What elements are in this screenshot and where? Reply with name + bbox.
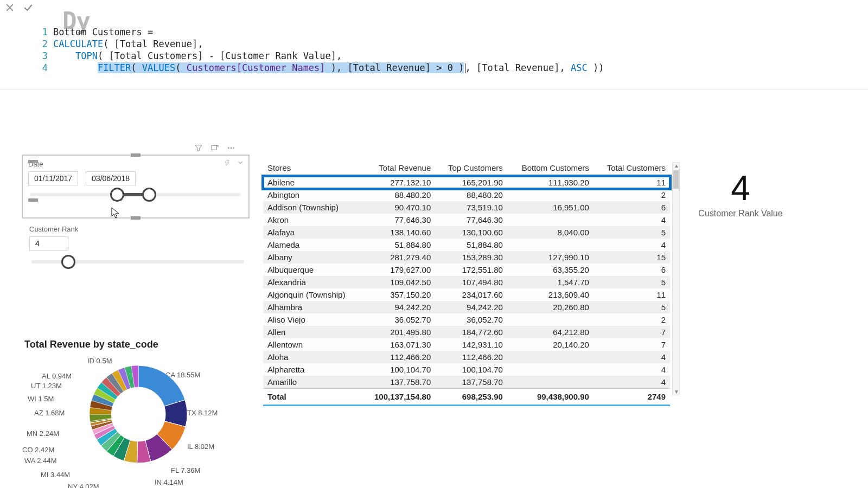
watermark: Dy bbox=[62, 15, 90, 27]
table-header[interactable]: Stores bbox=[263, 160, 361, 176]
date-slider-handle-end[interactable] bbox=[142, 188, 156, 202]
donut-label: NY 4.02M bbox=[68, 483, 99, 488]
formula-editor[interactable]: Dy 1Bottom Customers = 2CALCULATE( [Tota… bbox=[38, 1, 604, 88]
date-end-input[interactable]: 03/06/2018 bbox=[86, 171, 136, 185]
table-total-cell: 698,253.90 bbox=[435, 389, 507, 406]
table-row[interactable]: Allen201,495.80184,772.6064,212.807 bbox=[263, 326, 670, 338]
table-row[interactable]: Allentown163,071.30142,931.1020,140.207 bbox=[263, 338, 670, 351]
table-row[interactable]: Alhambra94,242.2094,242.2020,260.805 bbox=[263, 301, 670, 313]
customer-rank-slicer[interactable]: Customer Rank 4 bbox=[24, 222, 252, 269]
table-total-cell: Total bbox=[263, 389, 361, 406]
table-row[interactable]: Abington88,480.2088,480.202 bbox=[263, 189, 670, 201]
table-row[interactable]: Addison (Township)90,470.1073,519.1016,9… bbox=[263, 201, 670, 214]
table-row[interactable]: Alexandria109,042.50107,494.801,547.705 bbox=[263, 276, 670, 288]
table-total-cell: 99,438,900.90 bbox=[507, 389, 593, 406]
donut-chart-title: Total Revenue by state_code bbox=[24, 339, 258, 350]
rank-value-input[interactable]: 4 bbox=[29, 236, 68, 251]
table-row[interactable]: Aliso Viejo36,052.7036,052.702 bbox=[263, 313, 670, 326]
date-slicer[interactable]: Date 01/11/2017 03/06/2018 bbox=[22, 155, 250, 219]
table-row[interactable]: Alafaya138,140.60130,100.608,040.005 bbox=[263, 226, 670, 239]
donut-label: AL 0.94M bbox=[42, 372, 72, 380]
table-row[interactable]: Alpharetta100,104.70100,104.704 bbox=[263, 363, 670, 376]
donut-chart[interactable]: Total Revenue by state_code CA 18.55MTX … bbox=[24, 339, 258, 488]
table-row[interactable]: Amarillo137,758.70137,758.704 bbox=[263, 376, 670, 389]
table-row[interactable]: Albuquerque179,627.00172,551.8063,355.20… bbox=[263, 264, 670, 276]
table-row[interactable]: Aloha112,466.20112,466.204 bbox=[263, 351, 670, 363]
resize-handle-n[interactable] bbox=[131, 153, 141, 157]
donut-label: IN 4.14M bbox=[155, 478, 183, 486]
date-slider-handle-start[interactable] bbox=[110, 188, 124, 202]
donut-label: CO 2.42M bbox=[22, 446, 54, 454]
table-scrollbar[interactable]: ▲ ▼ bbox=[672, 162, 680, 395]
donut-label: MN 2.24M bbox=[27, 429, 59, 438]
donut-label: WI 1.5M bbox=[28, 395, 54, 403]
formula-bar: Dy 1Bottom Customers = 2CALCULATE( [Tota… bbox=[0, 0, 868, 89]
donut-label: AZ 1.68M bbox=[34, 409, 65, 417]
rank-slider-track[interactable] bbox=[31, 260, 244, 264]
table-header[interactable]: Bottom Customers bbox=[507, 160, 593, 176]
filter-icon[interactable] bbox=[194, 144, 203, 154]
customer-rank-card[interactable]: 4 Customer Rank Value bbox=[692, 171, 789, 219]
table-header[interactable]: Total Customers bbox=[593, 160, 670, 176]
table-row[interactable]: Abilene277,132.10165,201.90111,930.2011 bbox=[263, 176, 670, 189]
slicer-dropdown-icon[interactable] bbox=[237, 159, 244, 168]
date-start-input[interactable]: 01/11/2017 bbox=[28, 171, 78, 185]
donut-slice[interactable] bbox=[138, 365, 185, 406]
cancel-formula-icon[interactable] bbox=[4, 2, 15, 15]
resize-handle-s[interactable] bbox=[131, 216, 141, 220]
table-total-cell: 2749 bbox=[593, 389, 670, 406]
svg-point-2 bbox=[231, 147, 232, 149]
svg-point-1 bbox=[228, 147, 229, 149]
donut-label: UT 1.23M bbox=[31, 382, 62, 390]
stores-table[interactable]: StoresTotal RevenueTop CustomersBottom C… bbox=[263, 160, 670, 406]
table-header[interactable]: Top Customers bbox=[435, 160, 507, 176]
svg-rect-0 bbox=[212, 145, 216, 150]
table-row[interactable]: Alameda51,884.8051,884.804 bbox=[263, 239, 670, 251]
donut-label: WA 2.44M bbox=[24, 457, 56, 465]
date-slider-track[interactable] bbox=[30, 193, 241, 196]
scrollbar-thumb[interactable] bbox=[673, 170, 679, 189]
table-header[interactable]: Total Revenue bbox=[361, 160, 435, 176]
card-value: 4 bbox=[692, 171, 789, 206]
rank-slicer-title: Customer Rank bbox=[29, 225, 246, 233]
table-row[interactable]: Albany281,279.40153,289.30127,990.1015 bbox=[263, 251, 670, 264]
date-slicer-title: Date bbox=[28, 160, 243, 168]
table-row[interactable]: Akron77,646.3077,646.304 bbox=[263, 214, 670, 226]
more-options-icon[interactable] bbox=[227, 144, 235, 154]
table-total-cell: 100,137,154.80 bbox=[361, 389, 435, 406]
focus-mode-icon[interactable] bbox=[210, 144, 219, 154]
donut-label: MI 3.44M bbox=[41, 471, 70, 479]
commit-formula-icon[interactable] bbox=[23, 2, 34, 15]
rank-slider-handle[interactable] bbox=[61, 255, 75, 269]
card-label: Customer Rank Value bbox=[692, 209, 789, 219]
svg-point-3 bbox=[233, 147, 234, 149]
table-row[interactable]: Algonquin (Township)357,150.20234,017.60… bbox=[263, 288, 670, 301]
clear-selections-icon[interactable] bbox=[224, 159, 231, 168]
